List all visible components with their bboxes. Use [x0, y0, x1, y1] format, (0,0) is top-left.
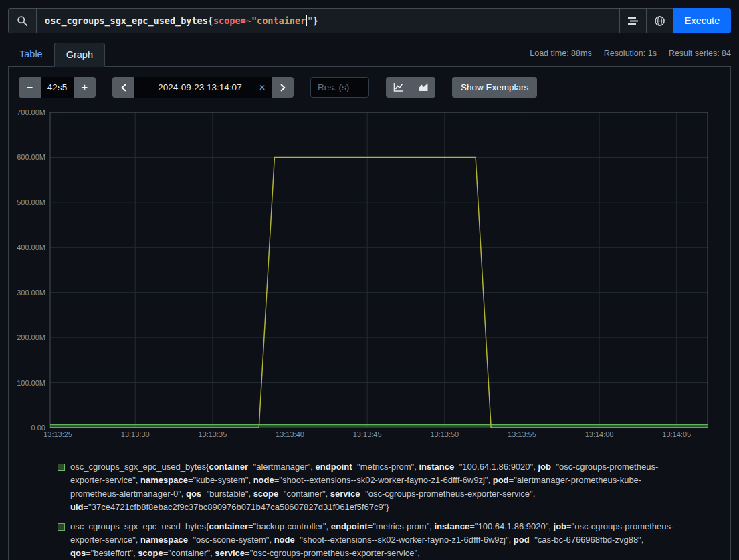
line-chart-button[interactable]: [386, 77, 411, 98]
svg-text:13:13:55: 13:13:55: [508, 430, 536, 438]
load-time-stat: Load time: 88ms: [530, 49, 591, 58]
execute-button[interactable]: Execute: [673, 8, 731, 33]
graph-panel: − + 2024-09-23 13:14:07 ✕: [8, 66, 731, 560]
svg-text:13:13:30: 13:13:30: [121, 430, 150, 438]
line-chart-icon: [393, 82, 404, 92]
query-token: "container: [251, 15, 306, 26]
query-stats: Load time: 88ms Resolution: 1s Result se…: [530, 49, 731, 66]
result-series-stat: Result series: 84: [669, 49, 731, 58]
chart-area: 13:13:2513:13:3013:13:3513:13:4013:13:45…: [17, 108, 720, 440]
range-increase-button[interactable]: +: [74, 77, 96, 98]
svg-text:100.00M: 100.00M: [17, 379, 45, 387]
svg-text:500.00M: 500.00M: [17, 198, 45, 206]
svg-text:13:13:50: 13:13:50: [430, 430, 459, 438]
time-forward-button[interactable]: [272, 77, 294, 98]
svg-text:200.00M: 200.00M: [17, 333, 45, 341]
search-icon: [17, 15, 28, 27]
series-color-swatch: [58, 523, 65, 531]
legend-item[interactable]: osc_cgroups_sgx_epc_used_bytes{container…: [58, 460, 720, 514]
query-token: ": [308, 15, 313, 26]
legend-item[interactable]: osc_cgroups_sgx_epc_used_bytes{container…: [58, 520, 720, 560]
legend: osc_cgroups_sgx_epc_used_bytes{container…: [58, 460, 720, 560]
query-input[interactable]: osc_cgroups_sgx_epc_used_bytes{scope=~"c…: [36, 8, 620, 33]
globe-icon: [654, 15, 665, 27]
series-label: osc_cgroups_sgx_epc_used_bytes{container…: [70, 520, 676, 560]
series-color-swatch: [58, 464, 65, 471]
svg-text:400.00M: 400.00M: [17, 243, 45, 251]
svg-text:13:13:35: 13:13:35: [198, 430, 227, 438]
svg-text:13:13:40: 13:13:40: [276, 430, 304, 438]
time-back-button[interactable]: [112, 77, 134, 98]
staggered-bars-icon: [627, 16, 639, 26]
end-time-value: 2024-09-23 13:14:07: [141, 82, 259, 92]
metrics-explorer-button[interactable]: [620, 8, 647, 33]
tab-table[interactable]: Table: [8, 43, 54, 66]
graph-canvas[interactable]: 13:13:2513:13:3013:13:3513:13:4013:13:45…: [17, 108, 720, 440]
globe-button[interactable]: [647, 8, 673, 33]
stacked-chart-button[interactable]: [411, 77, 435, 98]
stacked-area-icon: [418, 82, 429, 92]
query-bar: osc_cgroups_sgx_epc_used_bytes{scope=~"c…: [8, 8, 731, 33]
query-token: =~: [241, 15, 251, 26]
svg-text:13:14:00: 13:14:00: [585, 430, 614, 438]
svg-text:0.00: 0.00: [31, 424, 45, 432]
chart-type-toggle: [386, 77, 435, 98]
svg-text:600.00M: 600.00M: [17, 153, 45, 161]
graph-controls: − + 2024-09-23 13:14:07 ✕: [19, 77, 720, 98]
query-token: scope: [213, 15, 241, 26]
svg-text:13:14:05: 13:14:05: [662, 430, 691, 438]
show-exemplars-button[interactable]: Show Exemplars: [452, 77, 537, 98]
end-time-input[interactable]: 2024-09-23 13:14:07 ✕: [134, 77, 272, 98]
clear-time-icon[interactable]: ✕: [259, 83, 266, 92]
svg-text:13:13:45: 13:13:45: [353, 430, 382, 438]
time-stepper: 2024-09-23 13:14:07 ✕: [112, 77, 294, 98]
tabs-row: Table Graph Load time: 88ms Resolution: …: [8, 43, 731, 66]
svg-text:13:13:25: 13:13:25: [43, 430, 72, 438]
range-stepper: − +: [19, 77, 96, 98]
query-token: }: [313, 15, 318, 26]
query-token: osc_cgroups_sgx_epc_used_bytes{: [45, 15, 213, 26]
range-decrease-button[interactable]: −: [19, 77, 41, 98]
resolution-stat: Resolution: 1s: [604, 49, 657, 58]
tab-graph[interactable]: Graph: [54, 43, 105, 67]
resolution-input[interactable]: [310, 77, 369, 98]
search-addon: [8, 8, 36, 33]
range-duration-input[interactable]: [41, 77, 74, 98]
svg-text:300.00M: 300.00M: [17, 289, 45, 297]
svg-text:700.00M: 700.00M: [17, 108, 45, 116]
series-label: osc_cgroups_sgx_epc_used_bytes{container…: [70, 460, 676, 514]
